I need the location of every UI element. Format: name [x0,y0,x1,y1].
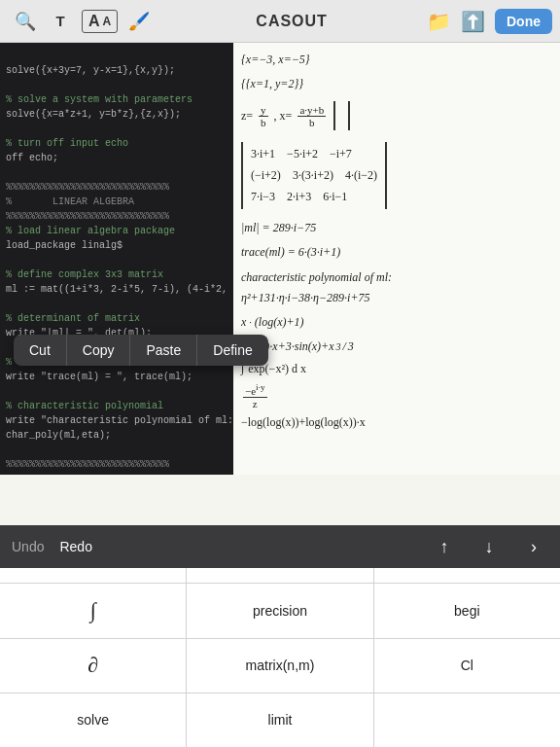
output-det: |ml| = 289·i−75 [241,219,552,237]
frac-negexp: −ei·y z [243,382,267,409]
font-size-controls: A A [82,10,118,33]
output-solve1: {x=−3, x=−5} [241,51,552,69]
output-charpoly-label: characteristic polynomial of ml: [241,268,552,287]
copy-button[interactable]: Copy [67,335,131,366]
output-charpoly-val: η²+131·η·i−38·η−289·i+75 [241,289,552,307]
output-z-eq: z= [241,109,253,124]
toolbar-right: 📁 ⬆️ Done [427,9,552,34]
output-int1: cos(x)·x+3·sin(x)+x 3 / 3 [241,338,552,356]
text-tool-button[interactable]: T [43,4,78,39]
limit-key[interactable]: limit [187,694,372,747]
arrow-down-button[interactable]: ↓ [474,532,504,561]
output-expr-1: {x=−3, x=−5} [241,51,552,69]
top-toolbar: 🔍 T A A 🖌️ CASOUT 📁 ⬆️ Done [0,0,560,43]
font-large: A [88,13,100,30]
partial-key[interactable]: ∂ [0,639,186,693]
undo-button[interactable]: Undo [12,539,44,554]
export-icon[interactable]: ⬆️ [461,10,485,33]
integral-key[interactable]: ∫ [0,584,186,637]
output-log-val: −log(log(x))+log(log(x))·x [241,415,552,430]
code-pane[interactable]: solve({x+3y=7, y-x=1},{x,y}); % solve a … [0,43,233,475]
context-menu: Cut Copy Paste Define [14,335,268,366]
solve-key[interactable]: solve [0,694,186,747]
cl-key[interactable]: Cl [374,639,560,693]
frac-ayb-b: a·y+b b [298,104,326,128]
arrow-right-button[interactable]: › [519,532,548,561]
main-content: solve({x+3y=7, y-x=1},{x,y}); % solve a … [0,43,560,475]
matrix-display: 3·i+1 −5·i+2 −i+7 (−i+2) 3·(3·i+2) 4·(i−… [241,142,387,209]
output-det-val: |ml| = 289·i−75 [241,219,552,237]
done-button[interactable]: Done [495,9,552,34]
output-df: x·(log(x)+1) [241,313,552,332]
output-solve2: {{x=1, y=2}} [241,75,552,93]
define-button[interactable]: Define [197,335,267,366]
output-trace-val: trace(ml) = 6·(3·i+1) [241,243,552,262]
output-expr-2: {{x=1, y=2}} [241,75,552,93]
search-button[interactable]: 🔍 [8,4,43,39]
window-title: CASOUT [157,13,427,30]
matrix-key[interactable]: matrix(n,m) [187,639,372,693]
output-log: −log(log(x))+log(log(x))·x [241,415,552,430]
paste-button[interactable]: Paste [130,335,197,366]
undo-redo-bar: Undo Redo ↑ ↓ › [0,525,560,568]
frac-y-b: y b [259,104,268,128]
begin-key[interactable]: begi [374,584,560,637]
output-matrix: 3·i+1 −5·i+2 −i+7 (−i+2) 3·(3·i+2) 4·(i−… [241,138,552,213]
redo-button[interactable]: Redo [59,539,91,554]
output-negexp: −ei·y z [241,382,552,409]
output-trace: trace(ml) = 6·(3·i+1) [241,243,552,262]
cut-button[interactable]: Cut [14,335,67,366]
output-df-val: x·(log(x)+1) [241,313,552,332]
font-small: A [103,15,112,28]
folder-icon[interactable]: 📁 [427,10,451,33]
output-int1-val: cos(x)·x+3·sin(x)+x 3 / 3 [241,338,552,356]
output-pane: {x=−3, x=−5} {{x=1, y=2}} z= y b , x= a·… [233,43,560,475]
output-int2: ∫ exp(−x²) d x [241,362,552,376]
paintbrush-button[interactable]: 🖌️ [122,4,157,39]
matrix-row-3: 7·i−3 2·i+3 6·i−1 [251,187,377,208]
arrow-up-button[interactable]: ↑ [430,532,459,561]
output-matrix-def: z= y b , x= a·y+b b [241,101,552,130]
output-charpoly: characteristic polynomial of ml: η²+131·… [241,268,552,307]
font-size-toggle[interactable]: A A [82,10,118,33]
empty-key [374,694,560,747]
output-x-eq: , x= [274,109,293,124]
matrix-row-2: (−i+2) 3·(3·i+2) 4·(i−2) [251,165,377,187]
precision-key[interactable]: precision [187,584,372,637]
matrix-row-1: 3·i+1 −5·i+2 −i+7 [251,144,377,165]
